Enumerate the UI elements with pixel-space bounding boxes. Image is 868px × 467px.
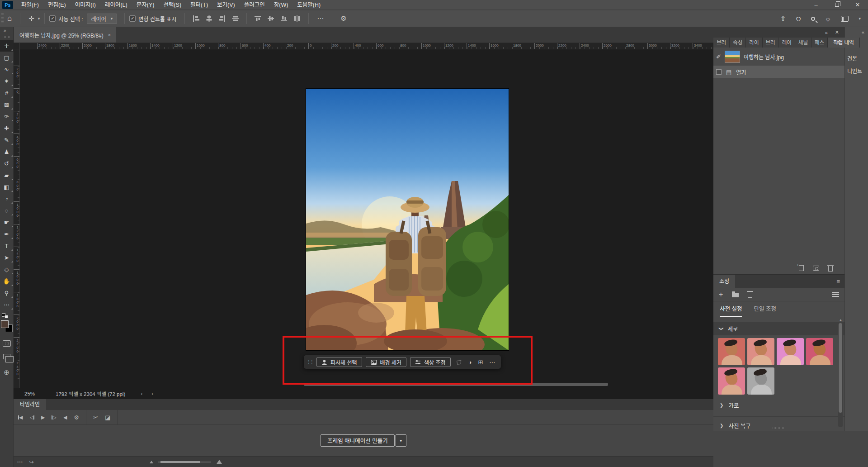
adjust-colors-button[interactable]: 색상 조정 bbox=[410, 357, 451, 367]
eraser-tool[interactable]: ▰ bbox=[0, 169, 14, 181]
menu-item[interactable]: 선택(S) bbox=[159, 0, 186, 10]
history-snapshot-row[interactable]: ✐ 여행하는 남자.jpg bbox=[713, 48, 844, 66]
remove-background-button[interactable]: 배경 제거 bbox=[366, 357, 407, 367]
split-clip-scissors-icon[interactable]: ✂ bbox=[93, 414, 98, 421]
notifications-bell-icon[interactable]: Ω bbox=[796, 15, 801, 23]
restore-button[interactable] bbox=[826, 0, 847, 10]
panel-tab[interactable]: 라이 bbox=[746, 38, 762, 48]
select-subject-button[interactable]: 피사체 선택 bbox=[316, 357, 362, 367]
default-colors-icon[interactable] bbox=[2, 313, 8, 319]
frame-tool[interactable]: ⊠ bbox=[0, 99, 14, 110]
move-tool[interactable]: ✛ bbox=[0, 40, 14, 52]
convert-timeline-icon[interactable]: ↪ bbox=[29, 459, 34, 465]
panel-tab[interactable]: 작업 내역 bbox=[828, 38, 860, 48]
folder-icon[interactable] bbox=[732, 293, 739, 297]
distribute-horizontal-icon[interactable] bbox=[232, 15, 239, 22]
panel-tab[interactable]: 브러 bbox=[763, 38, 779, 48]
audio-mute-button[interactable]: ◀ bbox=[63, 415, 67, 420]
play-button[interactable]: ▶ bbox=[41, 415, 45, 420]
auto-select-checkbox[interactable]: ✓ bbox=[49, 15, 56, 22]
zoom-out-frames-icon[interactable] bbox=[150, 461, 153, 463]
landscape-section-header[interactable]: ❯ 가로 bbox=[713, 398, 844, 412]
history-step-row[interactable]: ▤ 열기 bbox=[713, 66, 844, 78]
pen-tool[interactable]: ✒ bbox=[0, 228, 14, 240]
frames-view-icon[interactable]: ▫▫▫ bbox=[17, 460, 23, 464]
collapse-panels-icon[interactable]: « bbox=[825, 30, 828, 35]
crop-tool[interactable]: # bbox=[0, 87, 14, 99]
previous-frame-button[interactable]: ◁ bbox=[29, 415, 34, 420]
history-brush-source-icon[interactable]: ✐ bbox=[716, 53, 721, 60]
dodge-tool[interactable]: ◌ bbox=[0, 205, 14, 216]
blur-tool[interactable]: ◔ bbox=[0, 193, 14, 205]
menu-item[interactable]: 도움말(H) bbox=[292, 0, 325, 10]
adjustments-tab[interactable]: 조정 bbox=[713, 275, 735, 288]
panel-menu-icon[interactable]: ≡ bbox=[836, 38, 840, 48]
workspace-settings-gear-icon[interactable]: ⚙ bbox=[337, 14, 350, 23]
collapsed-panel-label[interactable]: 견본 bbox=[847, 54, 857, 62]
add-adjustment-icon[interactable]: + bbox=[719, 291, 723, 298]
distribute-vertical-icon[interactable] bbox=[294, 15, 301, 22]
photo-restore-section-header[interactable]: ❯ 사진 복구 bbox=[713, 416, 844, 434]
menu-item[interactable]: 보기(V) bbox=[212, 0, 240, 10]
collapsed-panel-label[interactable]: 디언트 bbox=[847, 67, 862, 75]
close-button[interactable]: ✕ bbox=[847, 0, 868, 10]
scroll-up-icon[interactable]: ▲ bbox=[839, 318, 842, 321]
preset-thumbnail[interactable] bbox=[777, 338, 804, 365]
menu-item[interactable]: 이미지(I) bbox=[71, 0, 100, 10]
create-frame-animation-button[interactable]: 프레임 애니메이션 만들기 bbox=[321, 434, 394, 447]
timeline-settings-gear-icon[interactable]: ⚙ bbox=[74, 414, 79, 421]
status-chevron-left-icon[interactable]: ‹ bbox=[151, 391, 153, 397]
gradient-tool[interactable]: ◧ bbox=[0, 181, 14, 193]
transition-icon[interactable]: ◪ bbox=[105, 414, 110, 421]
eyedropper-tool[interactable]: ✑ bbox=[0, 110, 14, 122]
close-panel-icon[interactable]: ✕ bbox=[835, 29, 839, 35]
shape-tool[interactable]: ◇ bbox=[0, 263, 14, 275]
mode-tab[interactable]: 단일 조정 bbox=[754, 302, 776, 317]
preset-thumbnail[interactable] bbox=[718, 367, 745, 395]
panel-tab[interactable]: 채널 bbox=[795, 38, 811, 48]
lasso-tool[interactable]: ∿ bbox=[0, 63, 14, 75]
close-tab-icon[interactable]: × bbox=[108, 32, 111, 38]
clone-stamp-tool[interactable]: ♟ bbox=[0, 146, 14, 157]
preset-thumbnail[interactable] bbox=[718, 338, 745, 365]
chevron-down-icon[interactable]: ▾ bbox=[859, 16, 861, 21]
snapshot-thumbnail[interactable] bbox=[725, 51, 740, 63]
panel-scrollbar[interactable]: ▲ bbox=[838, 322, 843, 427]
add-image-icon[interactable]: ⊞ bbox=[476, 359, 484, 366]
home-icon[interactable]: ⌂ bbox=[4, 14, 15, 23]
new-document-from-state-icon[interactable] bbox=[799, 265, 804, 271]
preset-thumbnail[interactable] bbox=[806, 338, 833, 365]
align-left-icon[interactable] bbox=[193, 15, 199, 22]
align-top-icon[interactable] bbox=[255, 15, 261, 22]
screen-mode-icon[interactable] bbox=[3, 354, 10, 359]
share-icon[interactable]: ⇧ bbox=[780, 14, 786, 23]
more-options-icon[interactable]: ⋯ bbox=[313, 14, 327, 23]
panel-tab[interactable]: 속성 bbox=[730, 38, 746, 48]
frame-zoom-slider[interactable] bbox=[158, 462, 211, 462]
history-brush-tool[interactable]: ↺ bbox=[0, 157, 14, 169]
document-image[interactable] bbox=[306, 89, 509, 350]
panel-tab[interactable]: 패스 bbox=[811, 38, 828, 48]
panel-menu-icon[interactable]: ≡ bbox=[836, 275, 840, 288]
create-animation-dropdown[interactable]: ▾ bbox=[396, 434, 406, 447]
document-info[interactable]: 1792 픽셀 x 2304 픽셀 (72 ppi) bbox=[56, 390, 125, 397]
brush-tool[interactable]: ✎ bbox=[0, 134, 14, 146]
preset-thumbnail[interactable] bbox=[747, 367, 774, 395]
preset-thumbnail[interactable] bbox=[747, 338, 774, 365]
menu-item[interactable]: 편집(E) bbox=[43, 0, 71, 10]
status-chevron-right-icon[interactable]: › bbox=[141, 391, 142, 397]
more-actions-icon[interactable]: ⋯ bbox=[488, 359, 496, 366]
collapse-tools-icon[interactable]: » bbox=[0, 27, 6, 34]
document-tab[interactable]: 여행하는 남자.jpg @ 25% (RGB/8#) × bbox=[14, 27, 116, 43]
foreground-color-swatch[interactable] bbox=[1, 320, 9, 328]
dock-resize-grip[interactable] bbox=[773, 427, 785, 429]
edit-toolbar[interactable]: ⋯ bbox=[0, 299, 14, 310]
panel-tab[interactable]: 브러 bbox=[713, 38, 730, 48]
new-snapshot-camera-icon[interactable] bbox=[813, 266, 819, 271]
delete-state-trash-icon[interactable] bbox=[828, 266, 833, 272]
zoom-tool[interactable]: ⚲ bbox=[0, 287, 14, 299]
portrait-section-header[interactable]: ❯ 세로 bbox=[713, 322, 844, 335]
align-bottom-icon[interactable] bbox=[281, 15, 288, 22]
scrollbar-thumb[interactable] bbox=[839, 323, 842, 413]
contrast-adjust-icon[interactable]: ◑ bbox=[467, 359, 473, 366]
